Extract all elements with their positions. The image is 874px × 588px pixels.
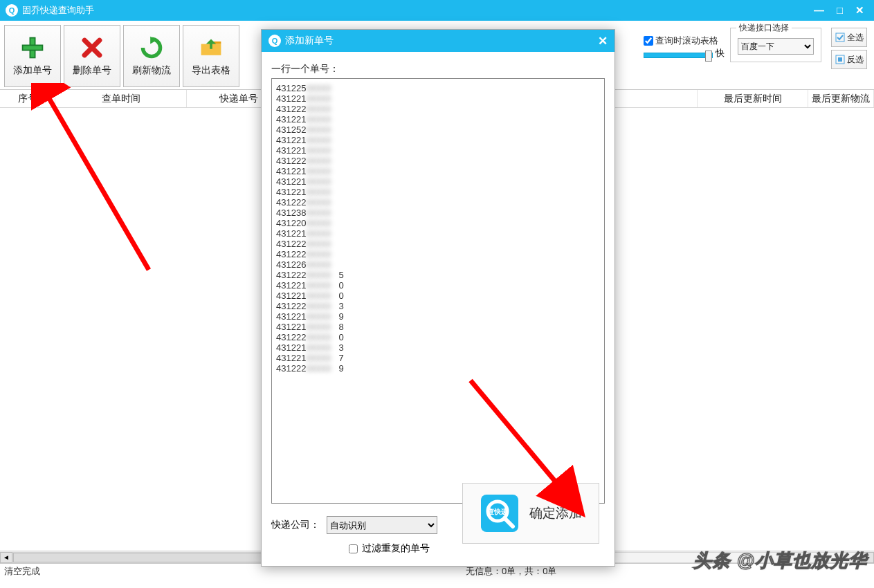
scroll-checkbox-label: 查询时滚动表格 <box>655 35 718 47</box>
export-button[interactable]: 导出表格 <box>183 25 239 87</box>
company-label: 快递公司： <box>271 519 320 531</box>
scroll-checkbox-input[interactable] <box>644 36 653 46</box>
invert-icon <box>835 55 845 64</box>
dialog-close-button[interactable]: ✕ <box>598 34 608 48</box>
slider-thumb[interactable] <box>705 50 712 62</box>
folder-export-icon <box>199 35 224 60</box>
col-seq[interactable]: 序号 <box>0 90 55 107</box>
close-button[interactable]: ✕ <box>855 4 864 17</box>
speed-slider[interactable] <box>644 53 713 58</box>
status-mid: 无信息：0单，共：0单 <box>466 565 556 578</box>
export-label: 导出表格 <box>192 64 230 77</box>
dialog-hint: 一行一个单号： <box>271 63 605 75</box>
add-order-dialog: Q 添加新单号 ✕ 一行一个单号： 4312250000043122100000… <box>261 29 615 567</box>
invert-label: 反选 <box>847 54 864 66</box>
col-update[interactable]: 最后更新时间 <box>698 90 808 107</box>
add-order-button[interactable]: 添加单号 <box>4 25 61 87</box>
delete-order-button[interactable]: 删除单号 <box>64 25 120 87</box>
filter-label: 过滤重复的单号 <box>362 542 430 555</box>
minimize-button[interactable]: — <box>814 4 824 17</box>
title-bar: Q 固乔快递查询助手 — □ ✕ <box>0 0 874 21</box>
svg-rect-1 <box>23 45 43 50</box>
search-express-icon: 查快递 <box>480 493 520 533</box>
dialog-titlebar: Q 添加新单号 ✕ <box>262 30 614 52</box>
dialog-title: 添加新单号 <box>285 35 598 47</box>
api-select[interactable]: 百度一下 <box>738 38 814 55</box>
filter-duplicate-checkbox[interactable]: 过滤重复的单号 <box>349 542 605 555</box>
delete-order-label: 删除单号 <box>73 64 111 77</box>
order-numbers-textarea[interactable]: 4312250000043122100000431222000004312210… <box>271 78 605 504</box>
api-select-group: 快递接口选择 百度一下 <box>730 28 821 62</box>
col-time[interactable]: 查单时间 <box>55 90 187 107</box>
scroll-on-query-checkbox[interactable]: 查询时滚动表格 <box>644 35 725 47</box>
select-all-icon <box>835 33 845 42</box>
status-left: 清空完成 <box>4 565 40 578</box>
filter-checkbox-input[interactable] <box>349 544 358 553</box>
svg-rect-4 <box>836 33 844 42</box>
window-title: 固乔快递查询助手 <box>22 4 814 17</box>
scroll-left-arrow[interactable]: ◄ <box>0 552 12 563</box>
plus-icon <box>20 35 45 60</box>
window-controls: — □ ✕ <box>814 4 868 17</box>
svg-text:查快递: 查快递 <box>486 508 509 515</box>
x-icon <box>80 35 104 60</box>
watermark: 头条 @小草也放光华 <box>693 549 867 573</box>
maximize-button[interactable]: □ <box>837 4 843 17</box>
refresh-button[interactable]: 刷新物流 <box>123 25 180 87</box>
select-all-label: 全选 <box>847 32 864 44</box>
api-group-legend: 快递接口选择 <box>736 22 792 34</box>
confirm-add-button[interactable]: 查快递 确定添加 <box>462 483 599 544</box>
app-icon: Q <box>6 4 18 17</box>
refresh-label: 刷新物流 <box>132 64 171 77</box>
refresh-icon <box>139 35 164 60</box>
svg-rect-6 <box>838 57 842 62</box>
select-all-button[interactable]: 全选 <box>831 28 867 47</box>
invert-select-button[interactable]: 反选 <box>831 50 867 69</box>
col-logi[interactable]: 最后更新物流 <box>808 90 874 107</box>
app-icon: Q <box>268 35 281 47</box>
company-select[interactable]: 自动识别 <box>327 516 437 534</box>
add-order-label: 添加单号 <box>13 64 52 77</box>
speed-fast-label: 快 <box>716 47 725 59</box>
confirm-label: 确定添加 <box>529 504 582 522</box>
